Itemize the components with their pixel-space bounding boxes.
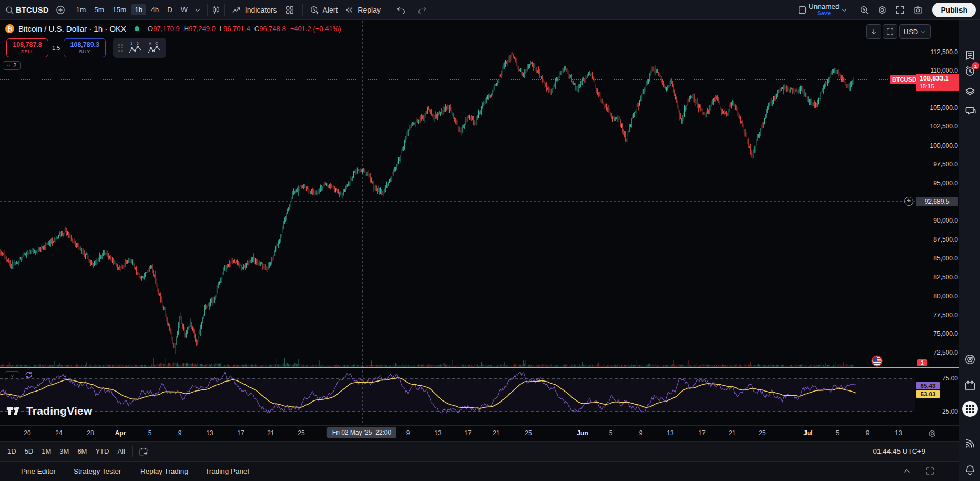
compare-add-icon[interactable]	[55, 5, 66, 15]
toolbar-right: Unnamed Save Publish	[797, 3, 976, 17]
calendar-icon[interactable]	[964, 379, 976, 392]
economic-event-flag-icon[interactable]	[872, 356, 882, 366]
currency-label: USD	[904, 28, 918, 36]
undo-icon[interactable]	[396, 5, 406, 15]
time-axis-gear-icon[interactable]	[927, 429, 937, 438]
watermark-text: TradingView	[26, 405, 93, 417]
go-to-date-icon[interactable]	[138, 446, 149, 457]
toolbar-divider	[387, 4, 387, 16]
clock-utc[interactable]: 01:44:45 UTC+9	[873, 447, 925, 455]
maximize-pane-button[interactable]	[883, 24, 897, 39]
interval-button-15m[interactable]: 15m	[109, 4, 130, 15]
interval-button-4h[interactable]: 4h	[147, 4, 162, 15]
interval-button-5m[interactable]: 5m	[90, 4, 108, 15]
time-axis[interactable]: 202428Apr5913172125913172125Jun591317212…	[0, 425, 959, 442]
main-chart-canvas[interactable]	[0, 20, 915, 441]
price-tick: 112,500.0	[931, 48, 958, 56]
range-button-5d[interactable]: 5D	[21, 445, 38, 457]
indicators-label: Indicators	[245, 6, 277, 14]
tab-replay-trading[interactable]: Replay Trading	[140, 467, 188, 475]
toolbar-divider	[69, 4, 69, 16]
alert-button[interactable]: Alert	[306, 3, 341, 17]
buy-price: 108,789.3	[70, 42, 99, 49]
pattern-icon-ac[interactable]: A C	[147, 42, 161, 54]
toolbar-divider	[852, 4, 852, 16]
broadcast-icon[interactable]	[964, 437, 976, 450]
pane-divider[interactable]	[0, 367, 959, 368]
currency-dropdown[interactable]: USD	[899, 24, 931, 39]
indicators-button[interactable]: Indicators	[228, 3, 280, 17]
interval-button-D[interactable]: D	[164, 4, 176, 15]
buy-button[interactable]: 108,789.3 BUY	[64, 38, 106, 57]
settings-gear-icon[interactable]	[877, 5, 887, 15]
publish-button[interactable]: Publish	[932, 3, 976, 17]
trade-buttons: 108,787.8 SELL 1.5 108,789.3 BUY 1 5 A C	[6, 38, 166, 58]
time-tick: 13	[895, 429, 902, 437]
pattern-icon-15[interactable]: 1 5	[128, 42, 142, 54]
pattern-label: A C	[149, 42, 159, 45]
pattern-widget[interactable]: 1 5 A C	[113, 38, 166, 58]
price-tick: 110,000.0	[931, 67, 958, 74]
layout-name-button[interactable]: Unnamed Save	[809, 3, 840, 17]
redo-icon[interactable]	[417, 5, 427, 15]
layout-icon[interactable]	[797, 5, 808, 15]
snapshot-camera-icon[interactable]	[913, 5, 923, 15]
search-icon[interactable]	[4, 5, 15, 15]
object-tree-icon[interactable]	[964, 85, 976, 97]
time-tick: 13	[206, 429, 213, 437]
time-tick: 25	[525, 429, 532, 437]
time-tick: 21	[493, 429, 499, 437]
indicators-icon	[231, 5, 242, 15]
symbol-search-button[interactable]: BTCUSD	[16, 5, 49, 14]
tab-strategy-tester[interactable]: Strategy Tester	[74, 467, 121, 475]
interval-button-1h[interactable]: 1h	[131, 4, 146, 15]
replay-button[interactable]: Replay	[341, 3, 384, 17]
sell-button[interactable]: 108,787.8 SELL	[6, 38, 48, 57]
screener-target-icon[interactable]	[964, 353, 976, 366]
range-button-1d[interactable]: 1D	[3, 445, 21, 457]
range-button-all[interactable]: All	[113, 445, 129, 457]
alerts-badge: 1	[972, 62, 979, 69]
alerts-button[interactable]: 1	[964, 65, 976, 77]
notifications-bell-icon[interactable]	[964, 464, 976, 476]
tab-pine-editor[interactable]: Pine Editor	[21, 467, 56, 475]
price-tick: 72,500.0	[933, 349, 958, 356]
quick-search-icon[interactable]	[859, 5, 870, 15]
symbol-header: ₿ Bitcoin / U.S. Dollar · 1h · OKX O97,1…	[5, 24, 341, 33]
range-button-3m[interactable]: 3M	[55, 445, 73, 457]
add-alert-plus-icon[interactable]: +	[904, 197, 913, 206]
apps-menu-icon[interactable]	[962, 400, 978, 417]
market-status-icon[interactable]	[135, 26, 139, 31]
interval-button-W[interactable]: W	[177, 4, 191, 15]
tradingview-watermark: TradingView	[6, 405, 93, 417]
maximize-panel-icon[interactable]	[925, 466, 935, 476]
watchlist-icon[interactable]	[964, 49, 976, 62]
tab-trading-panel[interactable]: Trading Panel	[205, 467, 249, 475]
events-count-badge[interactable]: 1	[917, 359, 927, 366]
interval-more-icon[interactable]	[193, 6, 202, 14]
range-button-1m[interactable]: 1M	[37, 445, 55, 457]
bottom-tabs-bar: Pine EditorStrategy TesterReplay Trading…	[0, 461, 959, 481]
time-tick: 28	[87, 429, 94, 437]
range-button-6m[interactable]: 6M	[73, 445, 91, 457]
alert-clock-icon	[309, 5, 320, 15]
pane-collapse-button[interactable]	[5, 371, 19, 380]
symbol-title[interactable]: Bitcoin / U.S. Dollar · 1h · OKX	[18, 24, 126, 33]
range-button-ytd[interactable]: YTD	[91, 445, 113, 457]
legend-collapse-button[interactable]: 2	[3, 61, 21, 70]
fullscreen-icon[interactable]	[895, 5, 905, 15]
scroll-to-recent-button[interactable]	[866, 24, 881, 39]
sell-label: SELL	[21, 49, 34, 54]
drag-handle-icon[interactable]	[118, 44, 123, 52]
oscillator-logo-icon[interactable]	[24, 370, 33, 379]
indicator-templates-icon[interactable]	[284, 5, 295, 15]
layout-menu-icon[interactable]	[840, 6, 849, 14]
right-sidebar: 1	[959, 20, 980, 481]
expand-panel-icon[interactable]	[902, 466, 912, 476]
save-label[interactable]: Save	[817, 11, 831, 17]
price-tick: 102,500.0	[930, 123, 958, 130]
chat-icon[interactable]	[964, 104, 976, 117]
interval-button-1m[interactable]: 1m	[73, 4, 90, 15]
bar-countdown: 15:15	[920, 83, 962, 91]
chart-style-icon[interactable]	[211, 5, 221, 15]
